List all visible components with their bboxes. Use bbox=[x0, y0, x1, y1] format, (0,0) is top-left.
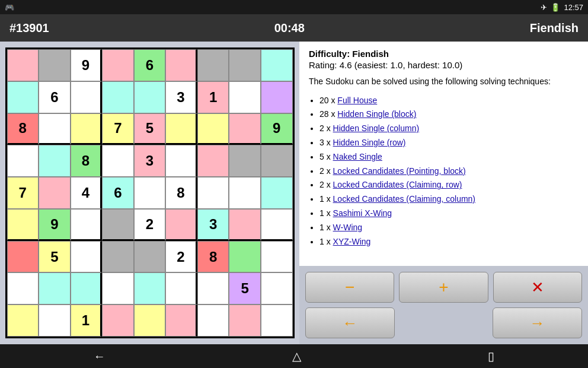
cell-r3-c3[interactable] bbox=[102, 145, 134, 177]
cell-r7-c4[interactable] bbox=[134, 272, 166, 304]
cell-r6-c6[interactable]: 8 bbox=[197, 241, 229, 273]
technique-link-0[interactable]: Full House bbox=[337, 96, 377, 105]
cell-r5-c8[interactable] bbox=[261, 209, 293, 241]
cell-r5-c7[interactable] bbox=[229, 209, 261, 241]
cell-r1-c7[interactable] bbox=[229, 81, 261, 113]
cell-r0-c8[interactable] bbox=[261, 49, 293, 81]
cell-r0-c4[interactable]: 6 bbox=[134, 49, 166, 81]
cell-r5-c0[interactable] bbox=[7, 209, 39, 241]
cell-r0-c1[interactable] bbox=[39, 49, 71, 81]
cell-r0-c5[interactable] bbox=[165, 49, 197, 81]
cell-r3-c6[interactable] bbox=[197, 145, 229, 177]
cell-r6-c4[interactable] bbox=[134, 241, 166, 273]
cell-r1-c1[interactable]: 6 bbox=[39, 81, 71, 113]
cell-r7-c7[interactable]: 5 bbox=[229, 272, 261, 304]
technique-link-10[interactable]: XYZ-Wing bbox=[333, 237, 371, 246]
cell-r5-c1[interactable]: 9 bbox=[39, 209, 71, 241]
cell-r8-c4[interactable] bbox=[134, 304, 166, 337]
cell-r8-c5[interactable] bbox=[165, 304, 197, 337]
cell-r1-c6[interactable]: 1 bbox=[197, 81, 229, 113]
nav-home-icon[interactable]: △ bbox=[292, 349, 301, 363]
cell-r4-c5[interactable]: 8 bbox=[165, 177, 197, 209]
cell-r7-c5[interactable] bbox=[165, 272, 197, 304]
technique-link-3[interactable]: Hidden Single (row) bbox=[333, 138, 406, 147]
minus-button[interactable]: − bbox=[305, 272, 394, 303]
cell-r3-c5[interactable] bbox=[165, 145, 197, 177]
sudoku-grid[interactable]: 96631875983746892352851 bbox=[5, 47, 295, 338]
cell-r4-c1[interactable] bbox=[39, 177, 71, 209]
cell-r5-c6[interactable]: 3 bbox=[197, 209, 229, 241]
cell-r2-c7[interactable] bbox=[229, 113, 261, 145]
cell-r6-c0[interactable] bbox=[7, 241, 39, 273]
cell-r2-c0[interactable]: 8 bbox=[7, 113, 39, 145]
cell-r7-c1[interactable] bbox=[39, 272, 71, 304]
back-button[interactable]: ← bbox=[305, 307, 395, 338]
cell-r1-c4[interactable] bbox=[134, 81, 166, 113]
cell-r0-c2[interactable]: 9 bbox=[71, 49, 103, 81]
technique-link-5[interactable]: Locked Candidates (Pointing, block) bbox=[333, 166, 466, 176]
cell-r3-c2[interactable]: 8 bbox=[71, 145, 103, 177]
cell-r8-c7[interactable] bbox=[229, 304, 261, 337]
cell-r8-c1[interactable] bbox=[39, 304, 71, 337]
cell-r4-c6[interactable] bbox=[197, 177, 229, 209]
cell-r2-c5[interactable] bbox=[165, 113, 197, 145]
nav-back-icon[interactable]: ← bbox=[94, 350, 106, 363]
cell-r0-c7[interactable] bbox=[229, 49, 261, 81]
cell-r6-c7[interactable] bbox=[229, 241, 261, 273]
cell-r0-c6[interactable] bbox=[197, 49, 229, 81]
cell-r5-c2[interactable] bbox=[71, 209, 103, 241]
cell-r8-c2[interactable]: 1 bbox=[71, 304, 103, 337]
cell-r4-c3[interactable]: 6 bbox=[102, 177, 134, 209]
cell-r0-c3[interactable] bbox=[102, 49, 134, 81]
plus-button[interactable]: + bbox=[399, 272, 488, 303]
cell-r1-c5[interactable]: 3 bbox=[165, 81, 197, 113]
cell-r5-c3[interactable] bbox=[102, 209, 134, 241]
technique-link-9[interactable]: W-Wing bbox=[333, 223, 363, 232]
cell-r3-c1[interactable] bbox=[39, 145, 71, 177]
cell-r7-c8[interactable] bbox=[261, 272, 293, 304]
cell-r5-c4[interactable]: 2 bbox=[134, 209, 166, 241]
technique-link-4[interactable]: Naked Single bbox=[333, 152, 382, 161]
cell-r3-c8[interactable] bbox=[261, 145, 293, 177]
cell-r5-c5[interactable] bbox=[165, 209, 197, 241]
cell-r8-c6[interactable] bbox=[197, 304, 229, 337]
cell-r6-c1[interactable]: 5 bbox=[39, 241, 71, 273]
cell-r8-c3[interactable] bbox=[102, 304, 134, 337]
cell-r8-c8[interactable] bbox=[261, 304, 293, 337]
cancel-button[interactable]: ✕ bbox=[493, 272, 582, 303]
cell-r2-c4[interactable]: 5 bbox=[134, 113, 166, 145]
cell-r1-c3[interactable] bbox=[102, 81, 134, 113]
cell-r7-c0[interactable] bbox=[7, 272, 39, 304]
cell-r0-c0[interactable] bbox=[7, 49, 39, 81]
cell-r2-c3[interactable]: 7 bbox=[102, 113, 134, 145]
cell-r6-c8[interactable] bbox=[261, 241, 293, 273]
cell-r6-c5[interactable]: 2 bbox=[165, 241, 197, 273]
cell-r8-c0[interactable] bbox=[7, 304, 39, 337]
cell-r3-c0[interactable] bbox=[7, 145, 39, 177]
cell-r7-c2[interactable] bbox=[71, 272, 103, 304]
cell-r4-c8[interactable] bbox=[261, 177, 293, 209]
technique-link-8[interactable]: Sashimi X-Wing bbox=[333, 208, 392, 218]
cell-r7-c6[interactable] bbox=[197, 272, 229, 304]
technique-link-7[interactable]: Locked Candidates (Claiming, column) bbox=[333, 194, 475, 204]
cell-r2-c6[interactable] bbox=[197, 113, 229, 145]
cell-r1-c0[interactable] bbox=[7, 81, 39, 113]
cell-r3-c7[interactable] bbox=[229, 145, 261, 177]
cell-r1-c2[interactable] bbox=[71, 81, 103, 113]
cell-r2-c8[interactable]: 9 bbox=[261, 113, 293, 145]
cell-r7-c3[interactable] bbox=[102, 272, 134, 304]
technique-link-1[interactable]: Hidden Single (block) bbox=[337, 109, 416, 119]
technique-link-6[interactable]: Locked Candidates (Claiming, row) bbox=[333, 180, 462, 189]
cell-r2-c1[interactable] bbox=[39, 113, 71, 145]
cell-r3-c4[interactable]: 3 bbox=[134, 145, 166, 177]
cell-r4-c2[interactable]: 4 bbox=[71, 177, 103, 209]
forward-button[interactable]: → bbox=[493, 307, 582, 338]
cell-r6-c2[interactable] bbox=[71, 241, 103, 273]
cell-r4-c0[interactable]: 7 bbox=[7, 177, 39, 209]
nav-recent-icon[interactable]: ▯ bbox=[488, 349, 494, 363]
cell-r2-c2[interactable] bbox=[71, 113, 103, 145]
cell-r4-c7[interactable] bbox=[229, 177, 261, 209]
technique-link-2[interactable]: Hidden Single (column) bbox=[333, 123, 420, 133]
cell-r1-c8[interactable] bbox=[261, 81, 293, 113]
cell-r4-c4[interactable] bbox=[134, 177, 166, 209]
